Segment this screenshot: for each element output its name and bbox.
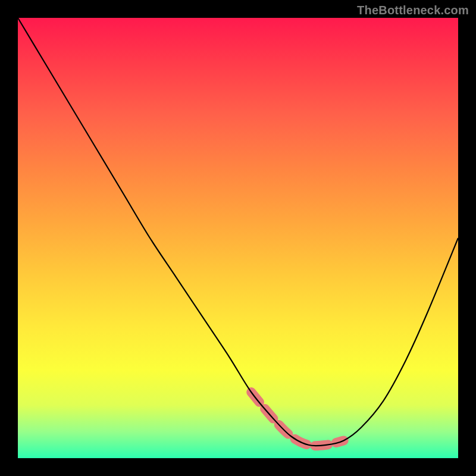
watermark-text: TheBottleneck.com bbox=[357, 4, 469, 17]
chart-svg bbox=[18, 18, 458, 458]
bottleneck-curve-line bbox=[18, 18, 458, 446]
floor-marker bbox=[251, 392, 343, 446]
chart-plot-area bbox=[18, 18, 458, 458]
